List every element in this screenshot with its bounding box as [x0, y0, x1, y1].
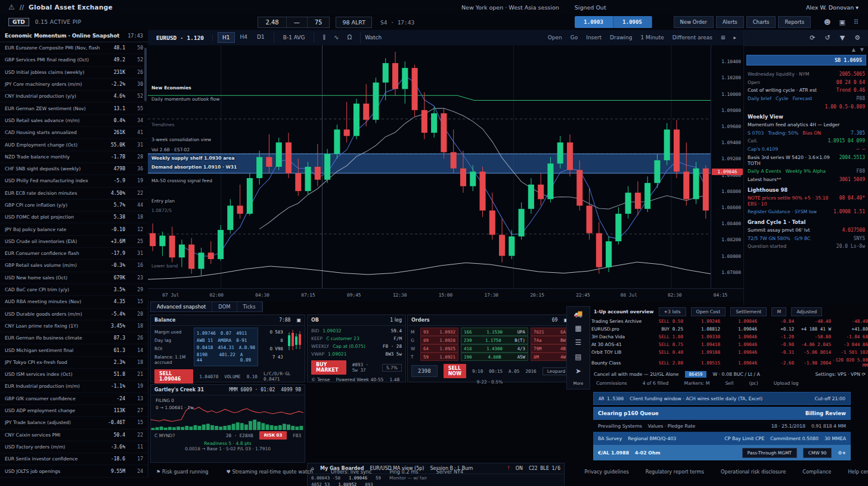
market-watch-row[interactable]: GBP Services PMI final reading (Oct)49.2… — [0, 54, 148, 66]
market-watch-row[interactable]: CAD BoC core CPI trim (y/y)3.5%29 — [0, 284, 148, 296]
market-watch-row[interactable]: EUR Consumer confidence flash-17.931 — [0, 248, 148, 260]
footer2-item[interactable]: Commissions — [596, 381, 627, 386]
refresh-icon[interactable]: ⟳ — [810, 34, 815, 42]
dom-ask-cell[interactable]: 891.0928 — [420, 336, 458, 344]
order-id-chip[interactable]: 86459 — [685, 371, 707, 378]
time-axis[interactable]: 07 Jul02:0004:3007:1509:4512:3015:0017:3… — [148, 288, 743, 301]
feed-item[interactable]: Wednesday liquidity · NYM2005.5065 — [748, 71, 865, 77]
session-label[interactable]: New York open · West Asia session — [461, 4, 559, 11]
market-watch-row[interactable]: USD Crude oil inventories (EIA)+3.6M25 — [0, 236, 148, 248]
market-watch-row[interactable]: JPY Tokyo CPI ex-fresh food2.3%18 — [0, 357, 148, 369]
footer2-item[interactable]: 4 of 6 filled — [643, 381, 669, 386]
quote-row[interactable]: WEEKLYCap at (0.075)F0 · 28 — [310, 342, 403, 350]
candles-icon[interactable]: ⫼ — [319, 32, 329, 43]
dom-ask-cell[interactable]: 591.0921 — [420, 353, 458, 361]
vps-settings[interactable]: Settings: VPS · VPN ⟳ — [816, 372, 866, 377]
position-row[interactable]: Orbit TOY LIBSELL 0.401.091881.09046-0.3… — [591, 348, 868, 356]
timeframe-D1[interactable]: D1 — [253, 32, 269, 43]
chart-tool-open[interactable]: Open — [548, 35, 562, 40]
settings-icon[interactable]: ⚙ — [854, 34, 860, 42]
dom-mid-book[interactable]: 1661.1530UPA2391.1750B(T)4181.43004/3190… — [461, 328, 528, 361]
feed-item[interactable]: 72/5 7W GN 580%G/9 BCSNYS — [748, 236, 865, 242]
price-axis[interactable]: 1.104001.102001.100001.098001.096001.094… — [712, 45, 743, 288]
dom-mid-cell[interactable]: 4181.43004/3 — [461, 344, 528, 353]
line-icon[interactable]: ∿ — [330, 32, 342, 43]
timeframe-H4[interactable]: H4 — [236, 32, 252, 43]
feed-item[interactable]: NOTE prices settle 90% +5 · 35.18 EBS · … — [748, 195, 865, 207]
dom-bid-cell[interactable]: 74aBW — [531, 336, 569, 344]
market-watch-row[interactable]: USD New home sales (Oct)679K23 — [0, 272, 148, 284]
market-watch-row[interactable]: USD Durable goods orders (m/m)-5.4%20 — [0, 309, 148, 320]
toolbar-action-button[interactable]: Alerts — [716, 16, 744, 28]
ladder-row[interactable]: 1.097460.074911 — [197, 329, 255, 337]
feed-item[interactable]: Cap's 0.4109— — — [748, 147, 865, 152]
market-watch-row[interactable]: GBP CPI core inflation (y/y)5.7%44 — [0, 200, 148, 211]
stepper-decrease[interactable]: — — [287, 17, 308, 27]
dom-mid-cell[interactable]: 1661.1530UPA — [461, 328, 528, 336]
footer2-item[interactable]: Upload log — [774, 381, 799, 386]
market-watch-row[interactable]: USD Factory orders (m/m)-3.6%11 — [0, 441, 148, 453]
positions-filter[interactable]: +3 lots — [659, 307, 686, 316]
stepper-value[interactable]: 2.48 — [258, 17, 286, 27]
chart-tool-different-areas[interactable]: Different areas — [672, 35, 712, 40]
buy-market-button[interactable]: BUY MARKET — [311, 360, 346, 375]
position-row[interactable]: 3H Dacha VidaSELL 1.001.093301.09046-1.2… — [591, 333, 868, 341]
feed-selected-row[interactable]: SB 1.0695 — [746, 55, 866, 66]
market-watch-row[interactable]: GBP GfK consumer confidence-2413 — [0, 393, 148, 405]
feed-link[interactable]: Forecast — [792, 96, 812, 101]
market-watch-row[interactable]: GBP Retail sales volume (m/m)-0.3%16 — [0, 260, 148, 272]
cmw-button[interactable]: CMW 90 — [803, 448, 832, 458]
feed-link[interactable]: Trading: 50% — [768, 130, 798, 136]
quote-row[interactable]: BID1.0903259.4 — [310, 327, 403, 335]
footer-link[interactable]: Compliance — [802, 469, 831, 475]
market-watch-row[interactable]: AUD RBA meeting minutes (Nov)4.3515 — [0, 296, 148, 308]
chart-tool-1-minute[interactable]: 1 Minute — [641, 35, 664, 40]
window-icon[interactable]: ▣ — [839, 18, 845, 26]
market-watch-row[interactable]: EUR Eurozone Composite PMI (Nov, flash)4… — [0, 42, 148, 54]
footer-link[interactable]: Operational risk disclosure — [721, 469, 786, 475]
feed-link[interactable]: 72/5 7W GN 580% — [748, 236, 790, 241]
footer-link[interactable]: Privacy guidelines — [585, 469, 629, 475]
footer2-item[interactable]: Markers: M — [684, 381, 710, 386]
market-watch-row[interactable]: EUR ECB rate decision minutes4.50%22 — [0, 188, 148, 200]
list-icon[interactable]: ☰ — [575, 338, 582, 347]
play-icon[interactable]: ▸ — [733, 35, 736, 40]
send-icon[interactable]: ➤ — [575, 367, 581, 375]
feed-item[interactable]: S 0703Trading: 50%Bias ON7.305 — [748, 130, 865, 136]
market-watch-row[interactable]: CHF SNB sight deposits (weekly)479B36 — [0, 163, 148, 175]
avg-toggle[interactable]: B-1 AVG — [279, 33, 309, 42]
account-menu[interactable]: Alex W. Donovan ▾ — [806, 4, 858, 11]
feed-item[interactable]: Open08 24 0 64 — [748, 80, 865, 86]
market-watch-row[interactable]: AUD Employment change (Oct)55.0K31 — [0, 139, 148, 151]
ladder-row[interactable]: 8190 44401.22A 0.09 — [197, 351, 255, 363]
feed-item[interactable]: Register Guidance · SYSM low1.0908 1.51 — [748, 209, 865, 215]
position-row[interactable]: At 30 AOS-41SELL 0.751.094101.09046-0.90… — [591, 341, 868, 348]
feed-link[interactable]: Cycle — [776, 96, 788, 101]
card-icon[interactable]: ▤ — [575, 353, 581, 361]
positions-filter[interactable]: M — [771, 307, 786, 316]
chart-tool-drawing[interactable]: Drawing — [610, 35, 632, 40]
timeframe-H1[interactable]: H1 — [218, 32, 235, 43]
quote-row[interactable]: VWAP1.09021BW3 5w — [310, 350, 403, 358]
market-watch-row[interactable]: CNY Caixin services PMI50.422 — [0, 429, 148, 441]
dom-dark-button[interactable]: 2398 — [411, 365, 438, 377]
passthrough-button[interactable]: Pass-Through MGMT — [742, 448, 797, 458]
market-watch-row[interactable]: JPY Trade balance (adjusted)-0.46T15 — [0, 417, 148, 429]
sidebar-scrollbar[interactable] — [144, 48, 147, 101]
toolbar-action-button[interactable]: Charts — [746, 16, 776, 28]
history-icon[interactable]: ↺ — [824, 34, 830, 42]
ladder-row[interactable]: AWB 11AMBRA8-91 — [197, 337, 255, 344]
watchlist-toggle[interactable]: Watch — [361, 33, 386, 42]
footer2-item[interactable]: Sell — [725, 381, 733, 386]
market-watch-row[interactable]: EUR Sentix investor confidence-18.617 — [0, 453, 148, 465]
bottom-tab-3[interactable]: Ticks — [237, 302, 262, 311]
price-ladder[interactable]: 1.097460.074911AWB 11AMBRA8-910.0418454.… — [194, 328, 258, 366]
dom-ask-cell[interactable]: 641.0925 — [420, 344, 458, 353]
market-watch-row[interactable]: CNY Industrial production (y/y)4.6%52 — [0, 91, 148, 102]
market-watch-row[interactable]: CAD Housing starts annualized261K41 — [0, 127, 148, 139]
market-watch-row[interactable]: JPY BoJ policy balance rate-0.1012 — [0, 223, 148, 235]
feed-item[interactable]: Coil.1.0915 04 099 — [748, 138, 865, 144]
market-watch-row[interactable]: USD Initial jobless claims (weekly)231K2… — [0, 67, 148, 79]
price-chart[interactable]: 1.104001.102001.100001.098001.096001.094… — [148, 45, 743, 288]
sort-asc-icon[interactable]: ▲ — [852, 47, 855, 52]
